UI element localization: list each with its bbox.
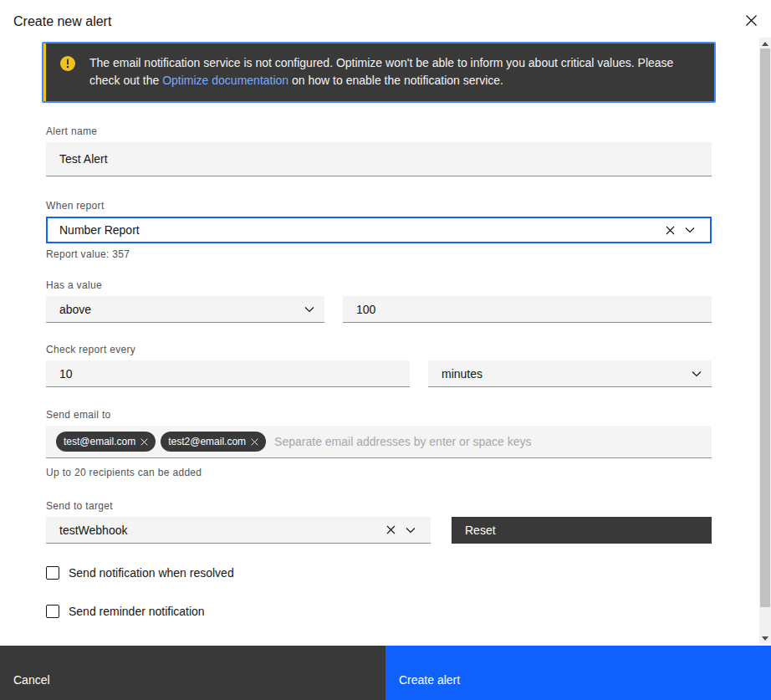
when-report-clear-button[interactable] <box>660 220 680 240</box>
reset-button[interactable]: Reset <box>452 517 712 544</box>
email-tag-label: test@email.com <box>64 436 135 447</box>
target-combobox[interactable]: testWebhook <box>46 517 431 544</box>
scroll-up-icon[interactable] <box>759 38 771 49</box>
reminder-notification-label: Send reminder notification <box>69 605 205 618</box>
notification-message: The email notification service is not co… <box>89 54 701 89</box>
email-tag-label: test2@email.com <box>168 436 246 447</box>
notification-text-after: on how to enable the notification servic… <box>288 74 503 87</box>
chevron-down-icon <box>304 306 314 313</box>
operator-value: above <box>59 303 304 316</box>
interval-unit-value: minutes <box>442 367 692 381</box>
resolved-notification-checkbox-row[interactable]: Send notification when resolved <box>46 566 712 580</box>
chevron-down-icon <box>692 370 702 377</box>
create-alert-button[interactable]: Create alert <box>386 646 771 700</box>
checkbox-icon[interactable] <box>46 566 59 580</box>
operator-select[interactable]: above <box>46 296 324 323</box>
target-clear-button[interactable] <box>380 520 401 540</box>
email-input-placeholder: Separate email addresses by enter or spa… <box>274 435 531 448</box>
close-icon <box>251 438 258 446</box>
when-report-value: Number Report <box>59 223 660 237</box>
when-report-label: When report <box>46 200 712 212</box>
chevron-down-icon <box>685 227 695 233</box>
send-target-label: Send to target <box>46 500 712 512</box>
when-report-combobox[interactable]: Number Report <box>46 217 712 243</box>
reminder-notification-checkbox-row[interactable]: Send reminder notification <box>46 605 712 618</box>
close-button[interactable] <box>738 7 764 33</box>
alert-form: Alert name When report Number Report Rep… <box>46 125 712 618</box>
cancel-button[interactable]: Cancel <box>0 646 386 700</box>
warning-notification-inner: The email notification service is not co… <box>43 43 714 101</box>
email-recipients-input[interactable]: test@email.com test2@email.com <box>46 426 712 458</box>
chevron-down-icon <box>406 527 416 534</box>
warning-notification: The email notification service is not co… <box>42 42 716 103</box>
email-tag: test2@email.com <box>161 432 266 452</box>
clear-icon <box>666 226 675 235</box>
clear-icon <box>386 525 396 534</box>
modal-header: Create new alert <box>0 0 771 38</box>
checkbox-icon[interactable] <box>46 605 59 618</box>
page-title: Create new alert <box>13 14 111 29</box>
documentation-link[interactable]: Optimize documentation <box>162 74 288 87</box>
email-tag-remove-button[interactable] <box>135 433 152 450</box>
target-dropdown-button[interactable] <box>401 520 421 540</box>
scroll-down-icon[interactable] <box>759 632 771 644</box>
modal-body: The email notification service is not co… <box>0 38 759 646</box>
alert-name-input[interactable] <box>46 142 712 176</box>
warning-icon <box>59 55 76 72</box>
modal-footer: Cancel Create alert <box>0 646 771 700</box>
close-icon <box>140 438 148 446</box>
scrollbar-thumb[interactable] <box>760 49 770 607</box>
check-every-label: Check report every <box>46 344 712 355</box>
has-value-label: Has a value <box>46 279 712 291</box>
when-report-dropdown-button[interactable] <box>680 220 700 240</box>
target-value: testWebhook <box>59 524 380 537</box>
send-email-label: Send email to <box>46 409 712 421</box>
report-value-helper: Report value: 357 <box>46 248 712 260</box>
interval-input[interactable] <box>46 360 410 387</box>
alert-name-label: Alert name <box>46 125 712 137</box>
email-tag-remove-button[interactable] <box>246 433 263 450</box>
create-alert-modal: Create new alert The email notification … <box>0 0 771 700</box>
threshold-input[interactable] <box>343 296 712 323</box>
recipients-helper: Up to 20 recipients can be added <box>46 467 712 478</box>
vertical-scrollbar[interactable] <box>759 38 771 644</box>
resolved-notification-label: Send notification when resolved <box>69 566 234 580</box>
email-tag: test@email.com <box>56 432 156 452</box>
close-icon <box>745 14 758 27</box>
interval-unit-select[interactable]: minutes <box>428 360 712 387</box>
